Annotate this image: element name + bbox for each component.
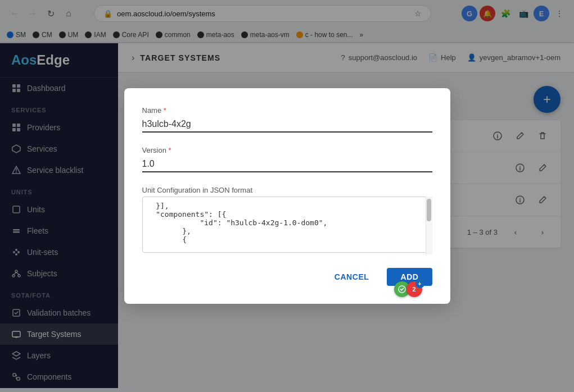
config-form-group: Unit Configuration in JSON format }], "c…: [142, 186, 432, 254]
version-required: *: [169, 146, 171, 154]
modal-actions: CANCEL ADD: [142, 268, 432, 286]
version-label: Version *: [142, 146, 432, 154]
cancel-button[interactable]: CANCEL: [323, 268, 381, 286]
name-required: *: [164, 106, 166, 115]
config-textarea-wrapper: }], "components": [{ "id": "h3ulcb-4x2g-…: [142, 197, 432, 254]
textarea-scrollbar-thumb: [427, 199, 431, 221]
badge-plus-icon: +: [415, 279, 424, 288]
modal-overlay: Name * Version * Unit Configuration in J…: [0, 0, 574, 388]
badge-count: 2: [412, 286, 415, 293]
textarea-scrollbar[interactable]: [426, 197, 432, 254]
version-input[interactable]: [142, 157, 432, 172]
name-form-group: Name *: [142, 106, 432, 133]
config-label: Unit Configuration in JSON format: [142, 186, 432, 194]
config-textarea[interactable]: }], "components": [{ "id": "h3ulcb-4x2g-…: [142, 197, 432, 253]
name-input[interactable]: [142, 117, 432, 133]
name-label: Name *: [142, 106, 432, 115]
badge-group: 2 +: [394, 281, 422, 297]
badge-red: 2 +: [406, 281, 422, 297]
version-form-group: Version *: [142, 146, 432, 172]
add-target-system-modal: Name * Version * Unit Configuration in J…: [124, 88, 450, 304]
